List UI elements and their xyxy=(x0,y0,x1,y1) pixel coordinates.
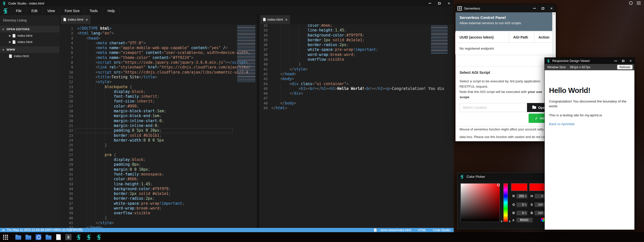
code-line-18[interactable]: 18 margin-block-start:1em; xyxy=(59,109,257,114)
close-icon[interactable]: ✕ xyxy=(9,41,13,44)
code-line-20[interactable]: 20 margin-inline-start:0; xyxy=(59,119,257,123)
code-line-32[interactable]: 32 color:#666; xyxy=(259,24,454,28)
code-line-14[interactable]: 14 display:block; xyxy=(59,89,257,94)
code-line-35[interactable]: 35 border:1px solid #e1e1e1; xyxy=(59,191,257,196)
code-line-10[interactable]: 10 <script src="https://cdnjs.cloudflare… xyxy=(59,70,257,75)
folder-icon[interactable] xyxy=(15,235,21,240)
code-line-9[interactable]: 9 <link rel="stylesheet" href="https://c… xyxy=(59,65,257,70)
code-line-45[interactable]: 45 <h1><br></h1><h1>Hello World!<br></h1… xyxy=(259,86,454,91)
sidebar-section-open-editors[interactable]: ▾OPEN EDITORS xyxy=(0,26,59,32)
code-line-24[interactable]: 24 border-width:0 0 0 5px xyxy=(59,138,257,143)
field-input-g1[interactable]: 0⇅ xyxy=(516,202,528,207)
code-line-8[interactable]: 8 <script src="https://code.jquery.com/j… xyxy=(59,60,257,65)
close-button[interactable]: ✕ xyxy=(627,58,634,64)
field-input-r0[interactable]: 255⇅ xyxy=(516,194,528,199)
code-line-2[interactable]: 2<html lang="en"> xyxy=(59,31,257,36)
refresh-button[interactable]: Refresh xyxy=(617,65,633,70)
hex-input[interactable]: ff0000 xyxy=(516,218,533,223)
code-line-17[interactable]: 17 color:#999; xyxy=(59,104,257,109)
code-line-41[interactable]: 41 </style> xyxy=(59,221,257,225)
close-button[interactable]: ✕ xyxy=(547,4,556,12)
code-line-39[interactable]: 39 overflow:visible xyxy=(59,211,257,216)
spinner-icon[interactable]: ⇅ xyxy=(525,212,527,214)
code-line-27[interactable]: 27 pre { xyxy=(59,153,257,157)
minimize-button[interactable] xyxy=(612,58,619,64)
code-line-37[interactable]: 37 white-space:pre-wrap!important; xyxy=(59,201,257,206)
code-line-40[interactable]: 40 } xyxy=(259,62,454,67)
code-line-33[interactable]: 33 line-height:1.45; xyxy=(59,182,257,187)
code-line-11[interactable]: 11 <title>Testing Site</title> xyxy=(59,75,257,80)
code-line-36[interactable]: 36 border-radius:2px; xyxy=(59,196,257,201)
folder-icon[interactable] xyxy=(46,235,51,240)
status-language-mode[interactable]: HTML xyxy=(418,228,426,232)
minimap[interactable] xyxy=(237,25,255,82)
code-line-15[interactable]: 15 font-family:inherit; xyxy=(59,94,257,99)
code-line-23[interactable]: 23 border:solid #b1b1b1; xyxy=(59,133,257,138)
code-line-40[interactable]: 40 } xyxy=(59,216,257,221)
code-line-42[interactable]: 42 </head> xyxy=(59,225,257,228)
code-line-12[interactable]: 12 <style> xyxy=(59,80,257,84)
sidebar-item-index.html[interactable]: index.html xyxy=(0,53,59,59)
code-line-1[interactable]: 1<!DOCTYPE html> xyxy=(59,26,257,31)
menu-item-help[interactable]: Help xyxy=(103,7,120,15)
hamburger-menu-icon[interactable] xyxy=(637,2,641,5)
code-line-3[interactable]: 3 <head> xyxy=(59,36,257,41)
maximize-button[interactable] xyxy=(619,58,627,64)
folder-icon[interactable] xyxy=(25,235,31,240)
restore-button[interactable] xyxy=(435,0,444,7)
code-line-32[interactable]: 32 color:#666; xyxy=(59,177,257,182)
serverless-app-icon[interactable]: 0 xyxy=(66,234,71,240)
saturation-picker[interactable] xyxy=(461,183,500,222)
code-line-28[interactable]: 28 display:block; xyxy=(59,157,257,162)
editor-split-handle[interactable] xyxy=(257,15,259,228)
code-studio-icon[interactable] xyxy=(76,234,81,240)
code-line-38[interactable]: 38 word-wrap:break-word; xyxy=(259,52,454,57)
code-line-35[interactable]: 35 border:1px solid #e1e1e1; xyxy=(259,38,454,43)
code-line-49[interactable]: 49</html> xyxy=(259,106,454,111)
code-line-25[interactable]: 25 } xyxy=(59,143,257,148)
back-link[interactable]: Back to Aprintlab xyxy=(549,122,574,126)
code-line-47[interactable]: 47 xyxy=(259,96,454,101)
menu-item-tools[interactable]: Tools xyxy=(84,7,103,15)
code-line-42[interactable]: 42 </head> xyxy=(259,72,454,77)
close-icon[interactable]: ✕ xyxy=(86,18,88,21)
code-line-46[interactable]: 46 </div> xyxy=(259,91,454,96)
code-line-43[interactable]: 43 <body> xyxy=(259,77,454,81)
code-line-48[interactable]: 48 </body> xyxy=(259,101,454,106)
code-line-22[interactable]: 22 padding:0 5px 0 20px; xyxy=(59,128,257,133)
close-icon[interactable]: ✕ xyxy=(285,18,288,21)
tab-index-html[interactable]: index.html ✕ xyxy=(61,15,90,24)
code-line-4[interactable]: 4 <meta charset="UTF-8"> xyxy=(59,41,257,46)
hue-marker-icon[interactable] xyxy=(509,220,510,223)
minimize-button[interactable] xyxy=(530,4,539,12)
code-line-34[interactable]: 34 background-color:#f9f9f9; xyxy=(59,187,257,191)
maximize-button[interactable] xyxy=(539,4,547,12)
code-line-6[interactable]: 6 <meta name="viewport" content="user-sc… xyxy=(59,50,257,55)
menu-item-view[interactable]: View xyxy=(42,7,60,15)
code-line-26[interactable]: 26 xyxy=(59,148,257,152)
hue-marker-icon[interactable] xyxy=(501,220,503,223)
picker-cursor[interactable] xyxy=(497,184,500,186)
menu-item-edit[interactable]: Edit xyxy=(26,7,42,15)
spinner-icon[interactable]: ⇅ xyxy=(525,203,527,206)
code-line-5[interactable]: 5 <meta name="apple-mobile-web-app-capab… xyxy=(59,46,257,50)
code-line-29[interactable]: 29 padding:8px; xyxy=(59,162,257,167)
spinner-icon[interactable]: ⇅ xyxy=(525,195,527,197)
sidebar-item-index.html[interactable]: ✕index.html xyxy=(0,39,59,45)
document-icon[interactable] xyxy=(56,234,61,240)
media-app-icon[interactable] xyxy=(36,234,41,240)
code-line-30[interactable]: 30 margin:0 0 10px; xyxy=(59,167,257,172)
code-line-37[interactable]: 37 white-space:pre-wrap!important; xyxy=(259,47,454,52)
code-line-33[interactable]: 33 line-height:1.45; xyxy=(259,28,454,33)
code-line-19[interactable]: 19 margin-block-end:1em; xyxy=(59,114,257,118)
loading-ring-icon[interactable] xyxy=(629,1,633,5)
field-input-b2[interactable]: 0⇅ xyxy=(516,211,528,216)
code-line-31[interactable]: 31 font-family:monospace; xyxy=(59,172,257,177)
script-location-input[interactable] xyxy=(459,103,527,112)
hue-slider[interactable] xyxy=(503,183,508,222)
code-line-44[interactable]: 44 <div class="ui container"> xyxy=(259,82,454,86)
code-studio-icon[interactable] xyxy=(86,234,91,240)
sidebar-item-index.html[interactable]: ✕index.html xyxy=(0,32,59,39)
code-editor[interactable]: 1<!DOCTYPE html>2<html lang="en">3 <head… xyxy=(59,24,257,228)
code-line-38[interactable]: 38 word-wrap:break-word; xyxy=(59,206,257,211)
